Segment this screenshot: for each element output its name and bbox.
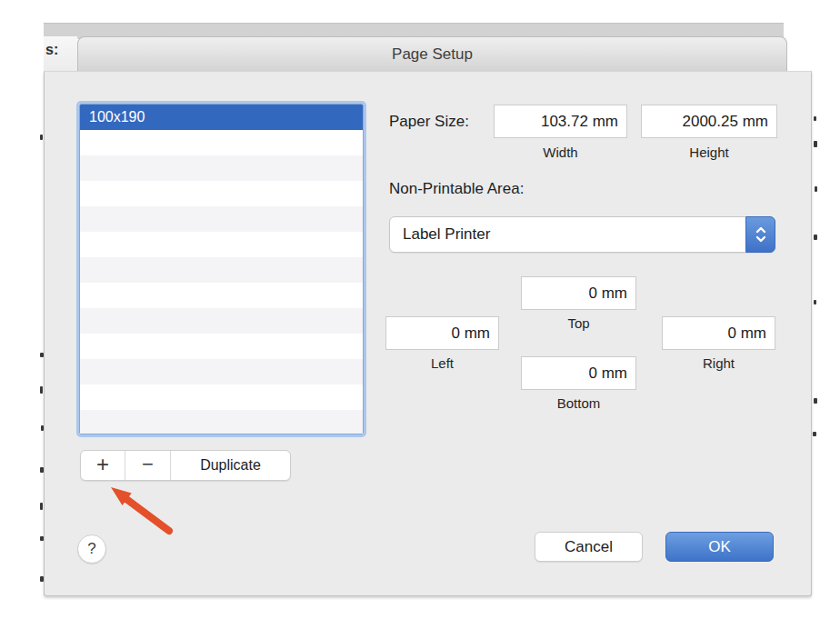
- remove-button[interactable]: −: [125, 451, 171, 480]
- chevron-up-down-icon: [745, 216, 775, 253]
- list-actions-group: + − Duplicate: [80, 450, 291, 481]
- paper-height-input[interactable]: [641, 105, 777, 138]
- page-setup-sheet: s: Page Setup 100x190 + − Duplicate Pape…: [0, 0, 840, 639]
- background-artifact: [814, 116, 816, 121]
- margin-right-input[interactable]: [662, 316, 775, 350]
- margin-bottom-label: Bottom: [521, 395, 636, 411]
- background-artifact: [814, 141, 817, 147]
- margin-left-input[interactable]: [385, 316, 499, 350]
- help-button[interactable]: ?: [77, 534, 106, 564]
- background-artifact: [40, 135, 43, 140]
- paper-size-list[interactable]: 100x190: [76, 101, 366, 437]
- sheet-titlebar: Page Setup: [77, 36, 787, 71]
- background-artifact: [40, 386, 43, 394]
- paper-height-label: Height: [641, 145, 777, 160]
- margin-top-input[interactable]: [521, 276, 636, 310]
- background-artifact: [814, 300, 816, 305]
- background-text-fragment: s:: [44, 36, 77, 71]
- non-printable-area-select[interactable]: Label Printer: [389, 216, 775, 253]
- cancel-button[interactable]: Cancel: [535, 532, 643, 562]
- margin-bottom-input[interactable]: [521, 356, 636, 390]
- background-artifact: [814, 398, 817, 404]
- paper-size-list-inner: 100x190: [79, 104, 364, 434]
- sheet-title: Page Setup: [392, 45, 473, 64]
- ok-button[interactable]: OK: [665, 532, 774, 562]
- paper-width-label: Width: [494, 145, 627, 160]
- margin-top-label: Top: [521, 315, 636, 331]
- list-empty-rows: [80, 130, 363, 434]
- margin-left-label: Left: [385, 355, 499, 371]
- background-artifact: [40, 503, 43, 510]
- list-item-100x190[interactable]: 100x190: [80, 105, 363, 130]
- paper-size-label: Paper Size:: [389, 113, 469, 131]
- margin-right-label: Right: [662, 355, 775, 371]
- background-artifact: [815, 186, 817, 192]
- paper-width-input[interactable]: [494, 105, 627, 138]
- duplicate-button[interactable]: Duplicate: [171, 451, 290, 480]
- non-printable-area-label: Non-Printable Area:: [389, 180, 524, 198]
- background-artifact: [814, 235, 817, 240]
- non-printable-area-selected-option: Label Printer: [390, 225, 745, 244]
- add-button[interactable]: +: [81, 451, 125, 480]
- background-artifact: [813, 432, 816, 436]
